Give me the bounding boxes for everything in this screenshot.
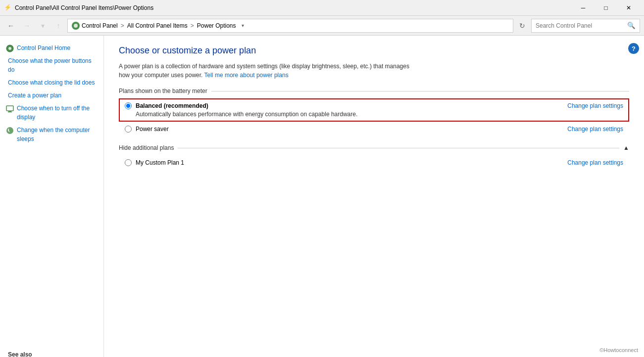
breadcrumb-sep2: > [191,22,194,29]
sidebar-item-turn-off-display[interactable]: Choose when to turn off the display [17,104,98,122]
description-text: A power plan is a collection of hardware… [119,62,416,80]
address-bar: ← → ▾ ↑ Control Panel > All Control Pane… [0,16,644,36]
chevron-up-icon[interactable]: ▲ [623,144,629,151]
breadcrumb-part2[interactable]: All Control Panel Items [127,22,188,29]
down-button[interactable]: ▾ [36,19,50,33]
window-controls: ─ □ ✕ [572,0,640,16]
back-button[interactable]: ← [4,19,18,33]
title-bar-text: Control Panel\All Control Panel Items\Po… [15,4,153,11]
plan-row-balanced: Balanced (recommended) Change plan setti… [125,102,623,109]
maximize-button[interactable]: □ [594,0,617,16]
sidebar: Control Panel Home Choose what the power… [0,36,104,357]
plans-header-label: Plans shown on the battery meter [119,88,207,94]
plan-settings-link-balanced[interactable]: Change plan settings [567,102,623,109]
plan-desc-balanced: Automatically balances performance with … [125,111,623,118]
plan-label-balanced[interactable]: Balanced (recommended) [125,102,208,109]
see-also-label: See also [0,343,103,357]
monitor-icon [6,105,14,113]
plan-row-custom: My Custom Plan 1 Change plan settings [125,159,623,166]
control-panel-icon [6,45,14,52]
plan-settings-link-custom[interactable]: Change plan settings [567,159,623,166]
sidebar-item-change-sleep[interactable]: Change when the computer sleeps [17,126,98,143]
main-layout: Control Panel Home Choose what the power… [0,36,644,357]
search-icon-button[interactable]: 🔍 [627,21,636,31]
sidebar-item-closing-lid[interactable]: Choose what closing the lid does [0,76,103,89]
close-button[interactable]: ✕ [617,0,640,16]
plan-label-custom[interactable]: My Custom Plan 1 [125,159,184,166]
plans-section-header: Plans shown on the battery meter [119,88,629,94]
svg-point-0 [74,24,78,28]
search-input[interactable] [536,22,625,29]
title-bar: ⚡ Control Panel\All Control Panel Items\… [0,0,644,16]
plan-item-custom[interactable]: My Custom Plan 1 Change plan settings [119,155,629,170]
plan-name-custom: My Custom Plan 1 [136,159,184,166]
address-icon [72,22,80,30]
forward-button[interactable]: → [20,19,34,33]
app-icon: ⚡ [4,4,12,12]
hide-additional-section: Hide additional plans ▲ My Custom Plan 1… [119,144,629,170]
plan-item-power-saver[interactable]: Power saver Change plan settings [119,122,629,136]
search-box[interactable]: 🔍 [531,19,640,33]
sidebar-item-create-plan[interactable]: Create a power plan [0,89,103,102]
address-dropdown-button[interactable]: ▾ [238,19,248,33]
breadcrumb-sep1: > [121,22,124,29]
address-box[interactable]: Control Panel > All Control Panel Items … [67,19,513,33]
plan-row-power-saver: Power saver Change plan settings [125,126,623,133]
plan-radio-balanced[interactable] [125,102,132,109]
svg-point-6 [6,127,13,134]
up-button[interactable]: ↑ [51,19,65,33]
hide-section-header: Hide additional plans ▲ [119,144,629,151]
plan-name-power-saver: Power saver [136,126,169,133]
plan-label-power-saver[interactable]: Power saver [125,126,169,133]
svg-point-2 [8,47,11,50]
plan-settings-link-power-saver[interactable]: Change plan settings [567,126,623,133]
plan-name-balanced: Balanced (recommended) [136,102,208,109]
content-area: ? Choose or customize a power plan A pow… [104,36,644,357]
plan-radio-power-saver[interactable] [125,126,132,133]
minimize-button[interactable]: ─ [572,0,594,16]
plans-section: Plans shown on the battery meter Balance… [119,88,629,136]
learn-more-link[interactable]: Tell me more about power plans [204,72,289,79]
copyright-text: ©Howtoconnect [599,347,638,353]
plan-item-balanced[interactable]: Balanced (recommended) Change plan setti… [119,98,629,122]
sidebar-home-link[interactable]: Control Panel Home [17,44,70,52]
page-title: Choose or customize a power plan [119,45,629,56]
sleep-icon [6,127,14,134]
refresh-button[interactable]: ↻ [515,19,529,33]
help-icon[interactable]: ? [628,43,639,54]
hide-divider [178,148,619,148]
svg-rect-3 [6,106,13,111]
sidebar-item-power-buttons[interactable]: Choose what the power buttons do [0,54,103,76]
plans-divider [211,91,629,91]
hide-label: Hide additional plans [119,144,174,151]
breadcrumb-current: Power Options [197,22,236,29]
breadcrumb-part1[interactable]: Control Panel [82,22,118,29]
plan-radio-custom[interactable] [125,159,132,166]
